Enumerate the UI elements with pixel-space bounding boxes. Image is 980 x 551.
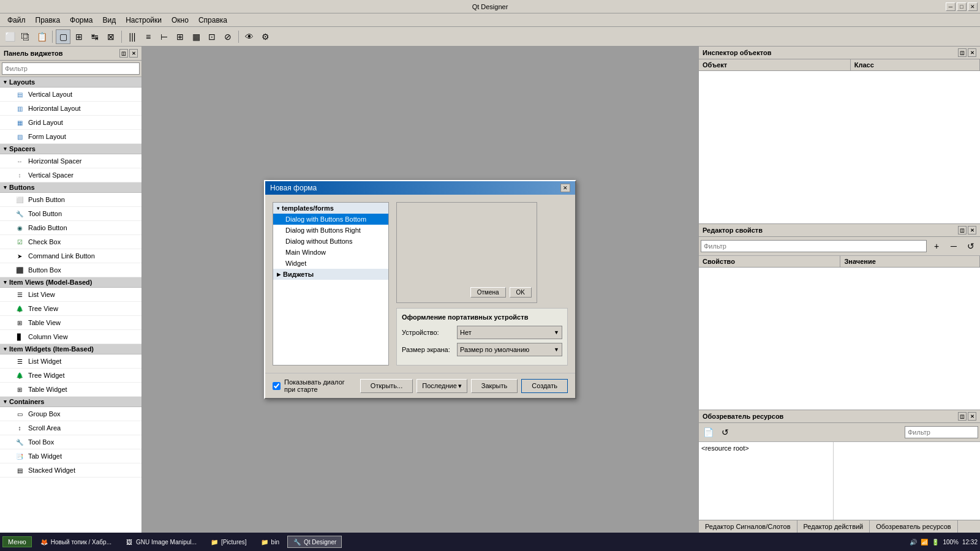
widget-tree-view[interactable]: 🌲 Tree View [0, 302, 141, 316]
taskbar-item-4[interactable]: 🔧 Qt Designer [287, 536, 342, 548]
screen-size-select[interactable]: Размер по умолчанию ▼ [457, 343, 562, 356]
canvas-area[interactable]: Новая форма ✕ ▾ templates/forms Dialog w… [142, 47, 698, 533]
toolbar-layout-g[interactable]: ⊞ [173, 29, 187, 44]
toolbar-break[interactable]: ⊠ [104, 29, 118, 44]
close-button[interactable]: Закрыть [471, 379, 518, 393]
toolbar-layout-h[interactable]: ||| [125, 29, 140, 44]
maximize-button[interactable]: □ [957, 2, 967, 11]
widget-radio-button[interactable]: ◉ Radio Button [0, 221, 141, 235]
widget-tab-widget[interactable]: 📑 Tab Widget [0, 449, 141, 463]
menu-edit[interactable]: Правка [31, 15, 66, 26]
toolbar-copy[interactable]: ⿻ [18, 29, 33, 44]
templates-forms-item[interactable]: ▾ templates/forms [273, 203, 388, 214]
property-remove-icon[interactable]: ─ [946, 239, 961, 253]
widget-group-box[interactable]: ▭ Group Box [0, 407, 141, 421]
toolbar-break-layout[interactable]: ⊘ [221, 29, 235, 44]
widget-push-button[interactable]: ⬜ Push Button [0, 193, 141, 207]
widget-vertical-spacer[interactable]: ↕ Vertical Spacer [0, 168, 141, 182]
property-close-icon[interactable]: ✕ [968, 226, 976, 234]
close-button[interactable]: ✕ [968, 2, 978, 11]
widget-tool-box[interactable]: 🔧 Tool Box [0, 435, 141, 449]
menu-view[interactable]: Вид [97, 15, 121, 26]
show-dialog-checkbox[interactable] [273, 382, 281, 390]
category-layouts[interactable]: ▾ Layouts [0, 77, 141, 88]
widget-table-view[interactable]: ⊞ Table View [0, 316, 141, 330]
widget-form-layout[interactable]: ▧ Form Layout [0, 130, 141, 144]
category-containers[interactable]: ▾ Containers [0, 397, 141, 407]
widget-list-view[interactable]: ☰ List View [0, 288, 141, 302]
widget-tree-widget[interactable]: 🌲 Tree Widget [0, 369, 141, 383]
widget-vertical-layout[interactable]: ▤ Vertical Layout [0, 88, 141, 102]
widget-check-box[interactable]: ☑ Check Box [0, 235, 141, 249]
tab-resources[interactable]: Обозреватель ресурсов [870, 520, 957, 533]
toolbar-widget[interactable]: ⊞ [72, 29, 86, 44]
taskbar-item-3[interactable]: 📁 bin [255, 536, 285, 548]
toolbar-tab[interactable]: ↹ [88, 29, 102, 44]
widget-filter-input[interactable] [2, 62, 140, 75]
widget-tool-button[interactable]: 🔧 Tool Button [0, 207, 141, 221]
toolbar-layout-s[interactable]: ⊡ [205, 29, 219, 44]
open-button[interactable]: Открыть... [360, 379, 413, 393]
minimize-button[interactable]: ─ [946, 2, 956, 11]
widget-stacked-widget[interactable]: ▤ Stacked Widget [0, 463, 141, 478]
menu-file[interactable]: Файл [2, 15, 31, 26]
template-dialog-buttons-right[interactable]: Dialog with Buttons Right [273, 225, 388, 236]
widget-list-widget[interactable]: ☰ List Widget [0, 354, 141, 369]
tab-actions[interactable]: Редактор действий [797, 520, 870, 533]
widget-horizontal-spacer[interactable]: ↔ Horizontal Spacer [0, 154, 141, 168]
property-filter-input[interactable] [701, 240, 927, 252]
widget-command-link-button[interactable]: ➤ Command Link Button [0, 249, 141, 263]
category-item-views[interactable]: ▾ Item Views (Model-Based) [0, 277, 141, 288]
widget-grid-layout[interactable]: ▦ Grid Layout [0, 116, 141, 130]
widget-column-view[interactable]: ▊ Column View [0, 330, 141, 344]
toolbar-layout-f[interactable]: ▦ [189, 29, 203, 44]
resource-reload-icon[interactable]: ↺ [718, 425, 733, 440]
panel-float-icon[interactable]: ◫ [119, 49, 128, 58]
taskbar-item-1[interactable]: 🖼 GNU Image Manipul... [119, 536, 202, 548]
template-dialog-buttons-bottom[interactable]: Dialog with Buttons Bottom [273, 214, 388, 225]
device-select[interactable]: Нет ▼ [457, 326, 562, 339]
menu-help[interactable]: Справка [194, 15, 232, 26]
tab-signals-slots[interactable]: Редактор Сигналов/Слотов [699, 520, 797, 533]
property-reset-icon[interactable]: ↺ [963, 239, 978, 253]
toolbar-new[interactable]: ⬜ [2, 29, 17, 44]
resource-float-icon[interactable]: ◫ [958, 412, 967, 421]
taskbar-item-0[interactable]: 🦊 Новый топик / Хабр... [34, 536, 117, 548]
toolbar-settings[interactable]: ⚙ [258, 29, 273, 44]
toolbar-layout-v[interactable]: ≡ [141, 29, 156, 44]
category-item-widgets[interactable]: ▾ Item Widgets (Item-Based) [0, 344, 141, 354]
inspector-float-icon[interactable]: ◫ [958, 48, 967, 57]
toolbar-select[interactable]: ▢ [56, 29, 70, 44]
toolbar-layout-m[interactable]: ⊢ [157, 29, 172, 44]
category-buttons[interactable]: ▾ Buttons [0, 182, 141, 193]
preview-ok-button[interactable]: OK [510, 287, 532, 298]
menu-form[interactable]: Форма [65, 15, 97, 26]
dialog-close-button[interactable]: ✕ [560, 184, 570, 192]
widget-scroll-area[interactable]: ↕ Scroll Area [0, 421, 141, 435]
recent-button[interactable]: Последние ▾ [417, 379, 467, 393]
taskbar-start-button[interactable]: Меню [2, 536, 32, 547]
taskbar-item-2[interactable]: 📁 [Pictures] [205, 536, 252, 548]
toolbar-paste[interactable]: 📋 [34, 29, 49, 44]
create-button[interactable]: Создать [521, 379, 568, 393]
menu-window[interactable]: Окно [167, 15, 194, 26]
template-widget[interactable]: Widget [273, 258, 388, 269]
category-spacers[interactable]: ▾ Spacers [0, 144, 141, 154]
preview-cancel-button[interactable]: Отмена [470, 287, 506, 298]
menu-settings[interactable]: Настройки [121, 15, 167, 26]
template-dialog-without-buttons[interactable]: Dialog without Buttons [273, 236, 388, 247]
property-float-icon[interactable]: ◫ [958, 226, 967, 234]
widget-button-box[interactable]: ⬛ Button Box [0, 263, 141, 277]
widget-horizontal-layout[interactable]: ▥ Horizontal Layout [0, 102, 141, 116]
toolbar-preview[interactable]: 👁 [242, 29, 257, 44]
resource-filter-input[interactable] [905, 426, 978, 438]
template-widget-label: Widget [285, 260, 306, 267]
resource-close-icon[interactable]: ✕ [968, 412, 976, 421]
inspector-close-icon[interactable]: ✕ [968, 48, 976, 57]
widget-table-widget[interactable]: ⊞ Table Widget [0, 383, 141, 397]
resource-edit-icon[interactable]: 📄 [701, 425, 715, 440]
widgets-group-item[interactable]: ▶ Виджеты [273, 269, 388, 280]
template-main-window[interactable]: Main Window [273, 247, 388, 258]
panel-close-icon[interactable]: ✕ [129, 49, 138, 58]
property-add-icon[interactable]: + [929, 239, 944, 253]
